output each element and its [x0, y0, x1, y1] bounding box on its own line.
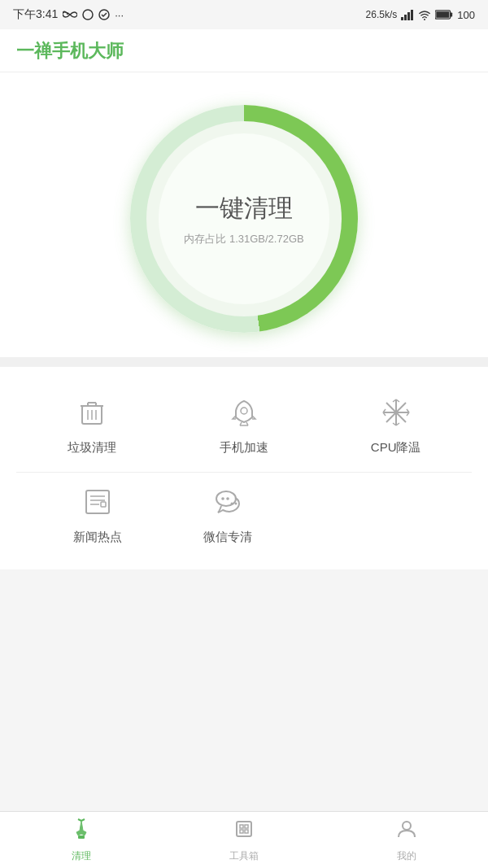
wechat-icon	[207, 481, 249, 523]
main-area: 一键清理 内存占比 1.31GB/2.72GB	[0, 72, 488, 357]
clean-circle[interactable]: 一键清理 内存占比 1.31GB/2.72GB	[130, 105, 358, 333]
svg-point-42	[231, 503, 233, 505]
wifi-icon	[418, 9, 431, 20]
svg-rect-38	[101, 502, 106, 507]
svg-rect-48	[240, 825, 243, 828]
network-speed: 26.5k/s	[366, 9, 398, 20]
wechat-label: 微信专清	[203, 530, 252, 545]
svg-rect-49	[245, 825, 248, 828]
infinity-icon	[63, 10, 77, 20]
features-section: 垃圾清理 手机加速	[0, 367, 488, 569]
tab-bar: 清理 工具箱 我的	[0, 811, 488, 868]
status-time: 下午3:41	[13, 7, 58, 22]
check-circle-icon	[98, 9, 110, 20]
section-divider	[0, 357, 488, 367]
svg-point-43	[235, 503, 237, 505]
rocket-icon	[223, 391, 265, 434]
clean-button-label: 一键清理	[195, 192, 293, 225]
svg-rect-47	[237, 822, 251, 836]
feature-phone-boost[interactable]: 手机加速	[179, 391, 309, 456]
junk-clean-label: 垃圾清理	[68, 440, 116, 456]
status-left: 下午3:41 ···	[13, 7, 124, 22]
svg-rect-4	[407, 12, 410, 20]
battery-level: 100	[457, 9, 475, 21]
feature-cpu-cool[interactable]: CPU降温	[331, 391, 461, 456]
app-title: 一禅手机大师	[16, 41, 124, 61]
tab-mine[interactable]: 我的	[342, 818, 472, 863]
battery-icon	[435, 10, 453, 20]
cpu-cool-label: CPU降温	[371, 440, 421, 456]
tab-clean[interactable]: 清理	[16, 818, 146, 863]
tab-mine-label: 我的	[397, 849, 416, 863]
trash-icon	[71, 391, 113, 434]
svg-rect-46	[78, 835, 85, 839]
svg-rect-8	[437, 11, 450, 18]
features-row-1: 垃圾清理 手机加速	[0, 383, 488, 472]
signal-icon	[401, 9, 414, 20]
feature-news[interactable]: 新闻热点	[33, 481, 163, 545]
svg-point-18	[241, 408, 247, 414]
status-bar: 下午3:41 ··· 26.5k/s 100	[0, 0, 488, 29]
svg-point-41	[226, 497, 229, 500]
tab-tools[interactable]: 工具箱	[179, 818, 309, 863]
circle-inner: 一键清理 内存占比 1.31GB/2.72GB	[159, 133, 329, 304]
circle-icon	[82, 9, 94, 20]
tab-tools-label: 工具箱	[229, 849, 259, 863]
app-header: 一禅手机大师	[0, 29, 488, 72]
status-right: 26.5k/s 100	[366, 9, 475, 21]
tab-clean-label: 清理	[72, 849, 91, 863]
svg-point-52	[403, 822, 411, 830]
svg-rect-50	[240, 830, 243, 833]
svg-line-45	[81, 819, 85, 821]
phone-boost-label: 手机加速	[220, 440, 268, 456]
svg-line-44	[78, 819, 81, 821]
news-label: 新闻热点	[73, 530, 122, 545]
svg-rect-2	[401, 17, 403, 20]
snowflake-icon	[375, 391, 417, 434]
svg-rect-9	[451, 12, 453, 16]
svg-rect-3	[404, 15, 407, 20]
broom-icon	[70, 818, 93, 846]
feature-junk-clean[interactable]: 垃圾清理	[27, 391, 157, 456]
svg-rect-51	[245, 830, 248, 833]
svg-rect-5	[411, 10, 413, 20]
tools-icon	[233, 818, 255, 846]
feature-wechat[interactable]: 微信专清	[163, 481, 293, 545]
svg-point-6	[424, 19, 425, 20]
svg-point-0	[83, 10, 93, 20]
user-icon	[395, 818, 418, 846]
features-row-2: 新闻热点 微信专清	[0, 473, 488, 561]
memory-info: 内存占比 1.31GB/2.72GB	[184, 232, 303, 246]
more-dots: ···	[115, 9, 124, 21]
news-icon	[76, 481, 119, 523]
svg-point-40	[221, 497, 224, 500]
